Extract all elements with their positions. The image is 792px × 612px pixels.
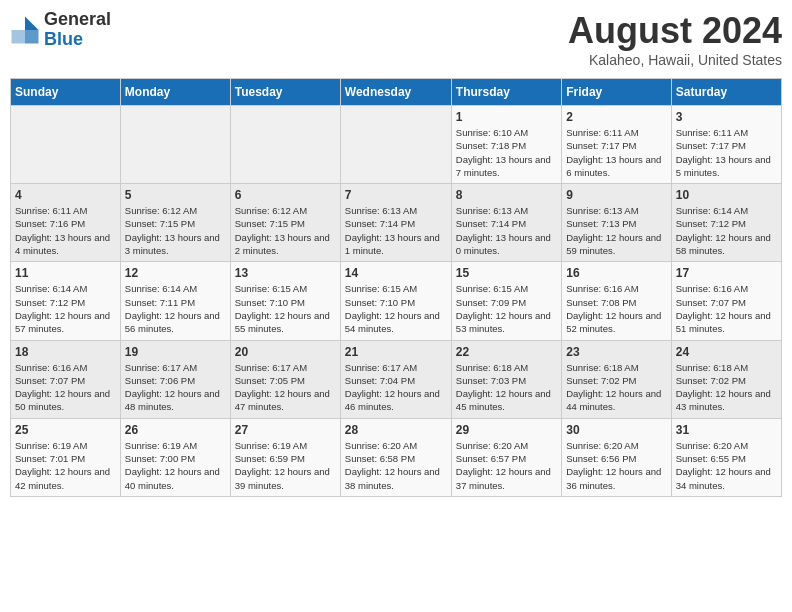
calendar-cell: 30Sunrise: 6:20 AMSunset: 6:56 PMDayligh… <box>562 418 671 496</box>
calendar-week-2: 4Sunrise: 6:11 AMSunset: 7:16 PMDaylight… <box>11 184 782 262</box>
cell-content: Sunrise: 6:16 AMSunset: 7:07 PMDaylight:… <box>676 282 777 335</box>
calendar-cell: 28Sunrise: 6:20 AMSunset: 6:58 PMDayligh… <box>340 418 451 496</box>
calendar-cell: 20Sunrise: 6:17 AMSunset: 7:05 PMDayligh… <box>230 340 340 418</box>
calendar-cell <box>120 106 230 184</box>
calendar-cell <box>340 106 451 184</box>
day-number: 30 <box>566 423 666 437</box>
day-number: 14 <box>345 266 447 280</box>
calendar-cell: 25Sunrise: 6:19 AMSunset: 7:01 PMDayligh… <box>11 418 121 496</box>
day-number: 16 <box>566 266 666 280</box>
cell-content: Sunrise: 6:19 AMSunset: 7:01 PMDaylight:… <box>15 439 116 492</box>
logo-general: General <box>44 9 111 29</box>
col-header-monday: Monday <box>120 79 230 106</box>
svg-marker-1 <box>25 30 39 44</box>
day-number: 7 <box>345 188 447 202</box>
col-header-tuesday: Tuesday <box>230 79 340 106</box>
month-title: August 2024 <box>568 10 782 52</box>
cell-content: Sunrise: 6:16 AMSunset: 7:07 PMDaylight:… <box>15 361 116 414</box>
cell-content: Sunrise: 6:18 AMSunset: 7:02 PMDaylight:… <box>676 361 777 414</box>
calendar-week-5: 25Sunrise: 6:19 AMSunset: 7:01 PMDayligh… <box>11 418 782 496</box>
cell-content: Sunrise: 6:14 AMSunset: 7:12 PMDaylight:… <box>15 282 116 335</box>
calendar-cell: 5Sunrise: 6:12 AMSunset: 7:15 PMDaylight… <box>120 184 230 262</box>
calendar-cell: 7Sunrise: 6:13 AMSunset: 7:14 PMDaylight… <box>340 184 451 262</box>
day-number: 6 <box>235 188 336 202</box>
cell-content: Sunrise: 6:20 AMSunset: 6:56 PMDaylight:… <box>566 439 666 492</box>
cell-content: Sunrise: 6:12 AMSunset: 7:15 PMDaylight:… <box>235 204 336 257</box>
cell-content: Sunrise: 6:11 AMSunset: 7:17 PMDaylight:… <box>566 126 666 179</box>
calendar-cell: 2Sunrise: 6:11 AMSunset: 7:17 PMDaylight… <box>562 106 671 184</box>
day-number: 25 <box>15 423 116 437</box>
cell-content: Sunrise: 6:19 AMSunset: 6:59 PMDaylight:… <box>235 439 336 492</box>
calendar-cell: 3Sunrise: 6:11 AMSunset: 7:17 PMDaylight… <box>671 106 781 184</box>
cell-content: Sunrise: 6:14 AMSunset: 7:12 PMDaylight:… <box>676 204 777 257</box>
day-number: 21 <box>345 345 447 359</box>
day-number: 17 <box>676 266 777 280</box>
day-number: 12 <box>125 266 226 280</box>
day-number: 15 <box>456 266 557 280</box>
calendar-cell: 10Sunrise: 6:14 AMSunset: 7:12 PMDayligh… <box>671 184 781 262</box>
cell-content: Sunrise: 6:17 AMSunset: 7:06 PMDaylight:… <box>125 361 226 414</box>
cell-content: Sunrise: 6:15 AMSunset: 7:09 PMDaylight:… <box>456 282 557 335</box>
day-number: 18 <box>15 345 116 359</box>
title-block: August 2024 Kalaheo, Hawaii, United Stat… <box>568 10 782 68</box>
calendar-cell: 12Sunrise: 6:14 AMSunset: 7:11 PMDayligh… <box>120 262 230 340</box>
col-header-friday: Friday <box>562 79 671 106</box>
calendar-cell: 6Sunrise: 6:12 AMSunset: 7:15 PMDaylight… <box>230 184 340 262</box>
cell-content: Sunrise: 6:11 AMSunset: 7:17 PMDaylight:… <box>676 126 777 179</box>
calendar-cell: 14Sunrise: 6:15 AMSunset: 7:10 PMDayligh… <box>340 262 451 340</box>
calendar-cell: 1Sunrise: 6:10 AMSunset: 7:18 PMDaylight… <box>451 106 561 184</box>
day-number: 11 <box>15 266 116 280</box>
cell-content: Sunrise: 6:15 AMSunset: 7:10 PMDaylight:… <box>235 282 336 335</box>
cell-content: Sunrise: 6:16 AMSunset: 7:08 PMDaylight:… <box>566 282 666 335</box>
day-number: 3 <box>676 110 777 124</box>
cell-content: Sunrise: 6:17 AMSunset: 7:04 PMDaylight:… <box>345 361 447 414</box>
calendar-cell: 13Sunrise: 6:15 AMSunset: 7:10 PMDayligh… <box>230 262 340 340</box>
day-number: 19 <box>125 345 226 359</box>
calendar-cell: 27Sunrise: 6:19 AMSunset: 6:59 PMDayligh… <box>230 418 340 496</box>
calendar-cell: 11Sunrise: 6:14 AMSunset: 7:12 PMDayligh… <box>11 262 121 340</box>
col-header-sunday: Sunday <box>11 79 121 106</box>
calendar-cell: 16Sunrise: 6:16 AMSunset: 7:08 PMDayligh… <box>562 262 671 340</box>
calendar-cell: 17Sunrise: 6:16 AMSunset: 7:07 PMDayligh… <box>671 262 781 340</box>
calendar-cell <box>230 106 340 184</box>
cell-content: Sunrise: 6:15 AMSunset: 7:10 PMDaylight:… <box>345 282 447 335</box>
day-number: 20 <box>235 345 336 359</box>
day-number: 5 <box>125 188 226 202</box>
logo-icon <box>10 15 40 45</box>
col-header-saturday: Saturday <box>671 79 781 106</box>
svg-marker-2 <box>12 30 26 44</box>
day-number: 8 <box>456 188 557 202</box>
day-number: 26 <box>125 423 226 437</box>
calendar-cell: 31Sunrise: 6:20 AMSunset: 6:55 PMDayligh… <box>671 418 781 496</box>
day-number: 13 <box>235 266 336 280</box>
calendar-cell: 18Sunrise: 6:16 AMSunset: 7:07 PMDayligh… <box>11 340 121 418</box>
location: Kalaheo, Hawaii, United States <box>568 52 782 68</box>
cell-content: Sunrise: 6:13 AMSunset: 7:13 PMDaylight:… <box>566 204 666 257</box>
day-number: 1 <box>456 110 557 124</box>
day-number: 29 <box>456 423 557 437</box>
cell-content: Sunrise: 6:18 AMSunset: 7:03 PMDaylight:… <box>456 361 557 414</box>
cell-content: Sunrise: 6:19 AMSunset: 7:00 PMDaylight:… <box>125 439 226 492</box>
day-number: 4 <box>15 188 116 202</box>
calendar-cell: 24Sunrise: 6:18 AMSunset: 7:02 PMDayligh… <box>671 340 781 418</box>
day-number: 2 <box>566 110 666 124</box>
calendar-week-1: 1Sunrise: 6:10 AMSunset: 7:18 PMDaylight… <box>11 106 782 184</box>
day-number: 28 <box>345 423 447 437</box>
calendar-cell: 4Sunrise: 6:11 AMSunset: 7:16 PMDaylight… <box>11 184 121 262</box>
calendar-cell: 15Sunrise: 6:15 AMSunset: 7:09 PMDayligh… <box>451 262 561 340</box>
calendar-cell: 19Sunrise: 6:17 AMSunset: 7:06 PMDayligh… <box>120 340 230 418</box>
col-header-thursday: Thursday <box>451 79 561 106</box>
day-number: 23 <box>566 345 666 359</box>
day-number: 31 <box>676 423 777 437</box>
svg-marker-0 <box>25 16 39 30</box>
page-header: General Blue August 2024 Kalaheo, Hawaii… <box>10 10 782 68</box>
calendar-cell: 21Sunrise: 6:17 AMSunset: 7:04 PMDayligh… <box>340 340 451 418</box>
col-header-wednesday: Wednesday <box>340 79 451 106</box>
cell-content: Sunrise: 6:14 AMSunset: 7:11 PMDaylight:… <box>125 282 226 335</box>
calendar-week-4: 18Sunrise: 6:16 AMSunset: 7:07 PMDayligh… <box>11 340 782 418</box>
day-number: 10 <box>676 188 777 202</box>
day-number: 27 <box>235 423 336 437</box>
cell-content: Sunrise: 6:10 AMSunset: 7:18 PMDaylight:… <box>456 126 557 179</box>
calendar-table: SundayMondayTuesdayWednesdayThursdayFrid… <box>10 78 782 497</box>
day-number: 22 <box>456 345 557 359</box>
